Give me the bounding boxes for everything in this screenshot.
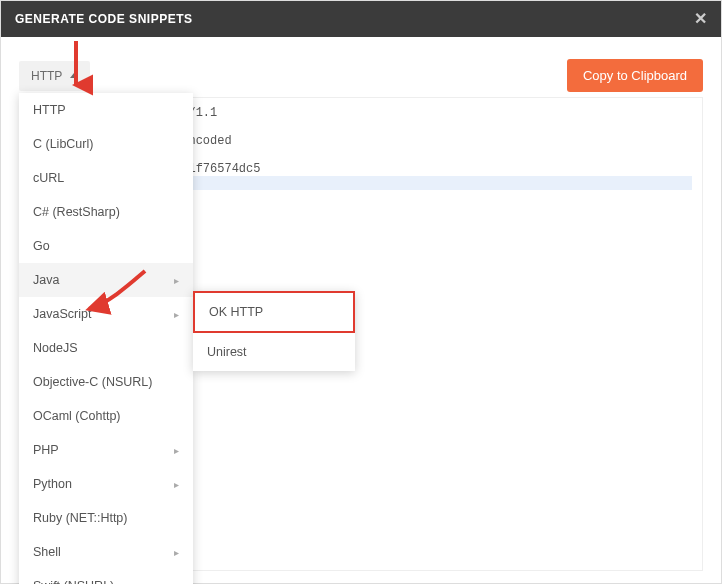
language-option[interactable]: Objective-C (NSURL) xyxy=(19,365,193,399)
language-option[interactable]: JavaScript▸ xyxy=(19,297,193,331)
language-option-label: Java xyxy=(33,273,59,287)
language-option[interactable]: Go xyxy=(19,229,193,263)
close-icon[interactable]: ✕ xyxy=(694,11,708,27)
language-option-label: JavaScript xyxy=(33,307,91,321)
language-option-label: HTTP xyxy=(33,103,66,117)
chevron-right-icon: ▸ xyxy=(174,479,179,490)
language-dropdown-label: HTTP xyxy=(31,69,62,83)
caret-up-icon xyxy=(70,73,78,78)
language-option-label: Python xyxy=(33,477,72,491)
language-option-label: Objective-C (NSURL) xyxy=(33,375,152,389)
toolbar: HTTP Copy to Clipboard xyxy=(19,59,703,92)
chevron-right-icon: ▸ xyxy=(174,275,179,286)
modal-body: HTTP Copy to Clipboard annelContList.jsp… xyxy=(1,37,721,583)
submenu-option[interactable]: OK HTTP xyxy=(193,291,355,333)
language-option[interactable]: cURL xyxy=(19,161,193,195)
chevron-right-icon: ▸ xyxy=(174,445,179,456)
language-option-label: cURL xyxy=(33,171,64,185)
language-option[interactable]: Python▸ xyxy=(19,467,193,501)
language-option[interactable]: Shell▸ xyxy=(19,535,193,569)
language-option-label: PHP xyxy=(33,443,59,457)
java-submenu: OK HTTPUnirest xyxy=(193,291,355,371)
language-option-label: Go xyxy=(33,239,50,253)
language-option-label: OCaml (Cohttp) xyxy=(33,409,121,423)
language-option[interactable]: C (LibCurl) xyxy=(19,127,193,161)
language-dropdown-button[interactable]: HTTP xyxy=(19,61,90,91)
language-dropdown-menu: HTTPC (LibCurl)cURLC# (RestSharp)GoJava▸… xyxy=(19,93,193,584)
copy-to-clipboard-button[interactable]: Copy to Clipboard xyxy=(567,59,703,92)
language-option[interactable]: PHP▸ xyxy=(19,433,193,467)
language-option-label: C (LibCurl) xyxy=(33,137,93,151)
modal-header: GENERATE CODE SNIPPETS ✕ xyxy=(1,1,721,37)
language-option[interactable]: OCaml (Cohttp) xyxy=(19,399,193,433)
language-option[interactable]: NodeJS xyxy=(19,331,193,365)
chevron-right-icon: ▸ xyxy=(174,309,179,320)
language-option-label: C# (RestSharp) xyxy=(33,205,120,219)
language-option[interactable]: HTTP xyxy=(19,93,193,127)
language-option-label: Shell xyxy=(33,545,61,559)
language-option-label: NodeJS xyxy=(33,341,77,355)
language-option-label: Ruby (NET::Http) xyxy=(33,511,127,525)
language-option[interactable]: Ruby (NET::Http) xyxy=(19,501,193,535)
language-option-label: Swift (NSURL) xyxy=(33,579,114,584)
language-option[interactable]: Swift (NSURL) xyxy=(19,569,193,584)
modal-title: GENERATE CODE SNIPPETS xyxy=(15,12,192,26)
language-option[interactable]: Java▸ xyxy=(19,263,193,297)
generate-code-modal: GENERATE CODE SNIPPETS ✕ HTTP Copy to Cl… xyxy=(0,0,722,584)
submenu-option[interactable]: Unirest xyxy=(193,333,355,371)
language-option[interactable]: C# (RestSharp) xyxy=(19,195,193,229)
chevron-right-icon: ▸ xyxy=(174,547,179,558)
